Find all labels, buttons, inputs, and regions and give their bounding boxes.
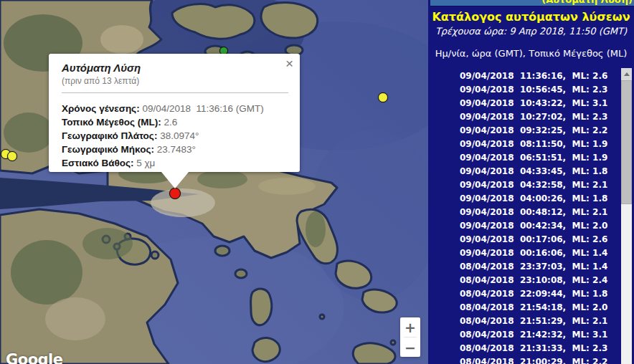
event-list-item[interactable]: 08/04/2018 23:10:08, ML: 2.4 [460, 274, 634, 287]
event-list-item[interactable]: 08/04/2018 21:31:33, ML: 2.3 [460, 342, 634, 355]
event-list: 09/04/2018 11:36:16, ML: 2.609/04/2018 1… [428, 70, 634, 364]
popup-divider [62, 92, 288, 93]
event-list-item[interactable]: 09/04/2018 10:43:22, ML: 3.1 [460, 97, 634, 110]
popup-field-magnitude: Τοπικό Μέγεθος (ML): 2.6 [62, 115, 288, 129]
map-zoom-control: + − [400, 317, 420, 357]
field-value: 5 χμ [136, 158, 155, 168]
popup-tail [161, 172, 189, 188]
field-value: 23.7483° [157, 144, 196, 155]
scroll-up-button[interactable] [621, 68, 632, 80]
event-list-item[interactable]: 08/04/2018 21:00:29, ML: 2.2 [460, 355, 634, 364]
event-list-item[interactable]: 09/04/2018 11:36:16, ML: 2.6 [460, 70, 634, 83]
field-label: Γεωγραφικό Μήκος: [62, 144, 157, 155]
field-value: 38.0974° [160, 130, 199, 141]
current-time: Τρέχουσα ώρα: 9 Απρ 2018, 11:50 (GMT) [428, 26, 634, 37]
zoom-in-button[interactable]: + [400, 317, 420, 337]
popup-field-depth: Εστιακό Βάθος: 5 χμ [62, 156, 288, 170]
event-list-item[interactable]: 09/04/2018 00:42:34, ML: 2.0 [460, 219, 634, 233]
event-list-item[interactable]: 09/04/2018 10:56:45, ML: 2.3 [460, 83, 634, 97]
field-label: Εστιακό Βάθος: [62, 158, 136, 168]
sidebar-top-strip: (Αυτόματη Λύση) [430, 0, 634, 6]
event-list-item[interactable]: 09/04/2018 00:16:06, ML: 1.4 [460, 246, 634, 260]
popup-field-longitude: Γεωγραφικό Μήκος: 23.7483° [62, 143, 288, 156]
event-list-item[interactable]: 08/04/2018 21:42:32, ML: 3.1 [460, 328, 634, 342]
top-strip-label: (Αυτόματη Λύση) [541, 0, 633, 5]
event-list-item[interactable]: 09/04/2018 09:32:25, ML: 2.2 [460, 124, 634, 138]
event-marker-yellow[interactable] [378, 92, 388, 102]
field-label: Γεωγραφικό Πλάτος: [62, 130, 160, 141]
field-value: 2.6 [164, 117, 178, 128]
scrollbar-thumb[interactable] [621, 80, 632, 204]
columns-note: Ημ/νία, ώρα (GMT), Τοπικό Μέγεθος (ML) [428, 48, 634, 59]
catalog-sidebar: (Αυτόματη Λύση) Κατάλογος αυτόματων λύσε… [428, 0, 634, 364]
event-list-item[interactable]: 09/04/2018 10:27:02, ML: 2.3 [460, 110, 634, 124]
catalog-title: Κατάλογος αυτόματων λύσεων [428, 10, 634, 24]
popup-field-origin-time: Χρόνος γένεσης: 09/04/2018 11:36:16 (GMT… [62, 102, 288, 115]
event-list-item[interactable]: 08/04/2018 23:37:03, ML: 1.4 [460, 260, 634, 274]
page: Αυτόματη Λύση (πριν από 13 λεπτά) Χρόνος… [0, 0, 634, 364]
sidebar-scrollbar[interactable] [621, 68, 632, 364]
google-logo: Google [6, 351, 63, 364]
event-marker-yellow[interactable] [7, 151, 17, 161]
popup-subtitle: (πριν από 13 λεπτά) [62, 76, 288, 86]
close-icon[interactable]: × [285, 57, 293, 70]
popup-title: Αυτόματη Λύση [62, 62, 288, 74]
event-list-item[interactable]: 09/04/2018 00:48:12, ML: 2.1 [460, 206, 634, 219]
field-value: 09/04/2018 11:36:16 (GMT) [142, 103, 263, 114]
event-list-item[interactable]: 08/04/2018 21:51:29, ML: 2.1 [460, 315, 634, 328]
event-list-item[interactable]: 09/04/2018 04:00:26, ML: 1.8 [460, 192, 634, 206]
field-label: Τοπικό Μέγεθος (ML): [62, 117, 164, 128]
event-list-item[interactable]: 09/04/2018 00:17:06, ML: 2.6 [460, 233, 634, 246]
zoom-out-button[interactable]: − [400, 337, 420, 357]
event-list-item[interactable]: 09/04/2018 06:51:51, ML: 1.9 [460, 151, 634, 165]
event-list-item[interactable]: 09/04/2018 04:32:58, ML: 2.1 [460, 178, 634, 192]
selected-event-marker[interactable] [169, 188, 181, 199]
satellite-map[interactable]: Αυτόματη Λύση (πριν από 13 λεπτά) Χρόνος… [0, 0, 428, 364]
event-list-item[interactable]: 08/04/2018 21:54:18, ML: 2.0 [460, 301, 634, 315]
event-list-item[interactable]: 08/04/2018 22:09:44, ML: 1.8 [460, 287, 634, 301]
field-label: Χρόνος γένεσης: [62, 103, 142, 114]
popup-field-latitude: Γεωγραφικό Πλάτος: 38.0974° [62, 129, 288, 143]
event-list-item[interactable]: 09/04/2018 04:33:45, ML: 1.8 [460, 165, 634, 178]
event-list-item[interactable]: 09/04/2018 08:11:50, ML: 1.9 [460, 138, 634, 151]
event-info-popup: Αυτόματη Λύση (πριν από 13 λεπτά) Χρόνος… [49, 54, 300, 172]
scroll-up-arrow-icon [624, 72, 630, 76]
